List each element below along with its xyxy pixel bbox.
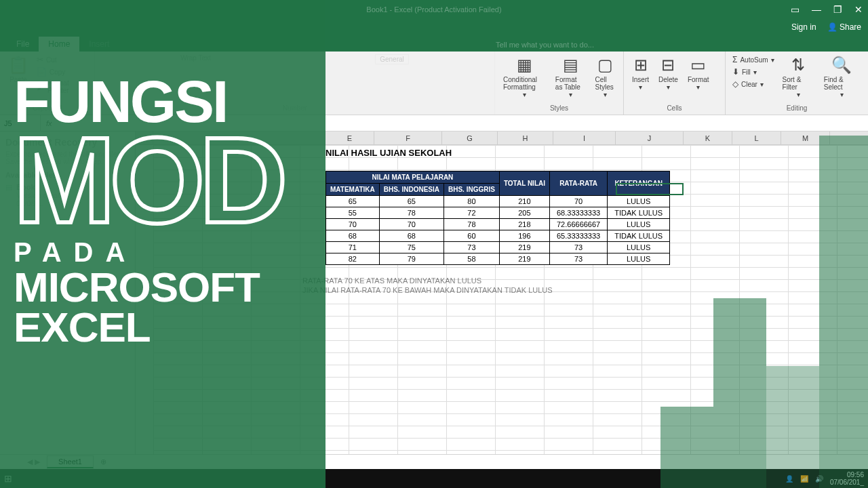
cell[interactable]: 58 [443,253,499,265]
cell[interactable]: 78 [379,207,443,219]
paste-button[interactable]: 📋Paste [5,54,31,85]
conditional-formatting-button[interactable]: ▦Conditional Formatting▾ [500,54,549,100]
cut-button[interactable]: ✂Cut [35,54,89,65]
sheet-title-cell[interactable]: NILAI HASIL UJIAN SEKOLAH [326,148,452,158]
restore-icon[interactable]: ❐ [833,4,842,15]
cell[interactable]: 68 [379,230,443,242]
cell[interactable]: 60 [443,230,499,242]
cell-styles-button[interactable]: ▢Cell Styles▾ [592,54,618,100]
format-as-table-button[interactable]: ▤Format as Table▾ [553,54,589,100]
windows-taskbar: ⊞ 👤 📶 🔊 09:56 07/06/201_ [0,469,868,488]
sort-filter-button[interactable]: ⇅Sort & Filter▾ [780,54,817,100]
wrap-text-button[interactable]: Wrap Text [180,54,211,62]
excel-file-icon: ▤ [5,183,12,192]
header-rata: RATA-RATA [549,171,607,196]
spreadsheet-grid[interactable]: E F G H I J K L M NILAI HASIL UJIAN SEKO… [136,131,868,454]
cell[interactable]: 78 [443,219,499,230]
group-styles-label: Styles [500,104,618,112]
cell[interactable]: 219 [499,242,549,253]
header-total: TOTAL NILAI [499,171,549,196]
cell[interactable]: 210 [499,196,549,207]
group-editing-label: Editing [731,104,863,112]
group-clipboard-label: Clipboard [5,104,89,112]
note-lulus: RATA-RATA 70 KE ATAS MAKA DINYATAKAN LUL… [302,277,553,285]
cell[interactable]: 73 [549,253,607,265]
format-painter-button[interactable]: 🖌Format Painter [35,79,89,95]
clear-button[interactable]: ◇Clear ▾ [731,79,776,89]
cell[interactable]: 79 [379,253,443,265]
tray-volume-icon[interactable]: 🔊 [815,475,823,483]
recovery-file-item[interactable]: ▤ Book1 Version created 02/08/... [5,183,130,207]
column-headers: E F G H I J K L M [136,131,868,145]
cell[interactable]: 75 [379,242,443,253]
ribbon: 📋Paste ✂Cut 📄Copy 🖌Format Painter Clipbo… [0,52,868,115]
cell[interactable]: 68.33333333 [549,207,607,219]
active-cell-indicator [616,183,684,195]
header-inggris: BHS. INGGRIS [443,184,499,196]
tab-file[interactable]: File [7,37,39,52]
ribbon-tabs: File Home Insert Tell me what you want t… [0,35,868,52]
cell[interactable]: 80 [443,196,499,207]
cell[interactable]: 219 [499,253,549,265]
cell[interactable]: 70 [379,219,443,230]
start-button[interactable]: ⊞ [4,473,12,484]
tab-insert[interactable]: Insert [79,37,119,52]
group-cells-label: Cells [629,104,719,112]
cell[interactable]: LULUS [608,242,670,253]
cell[interactable]: 218 [499,219,549,230]
recovery-title: Document Recovery [5,137,130,148]
header-matematika: MATEMATIKA [326,184,380,196]
name-box[interactable]: J5 [0,115,41,131]
table-row[interactable]: 82795821973LULUS [326,253,670,265]
cell[interactable]: 65 [326,196,380,207]
recovery-text: Excel has recovered the following files.… [5,150,130,165]
close-icon[interactable]: ✕ [854,4,863,15]
share-button[interactable]: 👤 Share [827,22,861,32]
tell-me-search[interactable]: Tell me what you want to do... [493,38,597,52]
cell[interactable]: 73 [443,242,499,253]
cell[interactable]: 65 [379,196,443,207]
cell[interactable]: TIDAK LULUS [608,230,670,242]
tab-home[interactable]: Home [39,37,79,52]
ribbon-options-icon[interactable]: ▭ [791,4,800,15]
cell[interactable]: 70 [549,196,607,207]
tray-user-icon[interactable]: 👤 [785,475,793,483]
cell[interactable]: TIDAK LULUS [608,207,670,219]
format-cells-button[interactable]: ▭Format▾ [685,54,712,92]
cell[interactable]: 55 [326,207,380,219]
fx-icon[interactable]: fx [41,119,58,127]
available-files-label: Available Files [5,171,130,179]
table-row[interactable]: 55787220568.33333333TIDAK LULUS [326,207,670,219]
copy-button[interactable]: 📄Copy [35,66,89,77]
find-select-button[interactable]: 🔍Find & Select▾ [821,54,863,100]
tray-network-icon[interactable]: 📶 [800,475,808,483]
sheet-tab-1[interactable]: Sheet1 [47,455,94,468]
cell[interactable]: 72 [443,207,499,219]
cell[interactable]: 70 [326,219,380,230]
cell[interactable]: 65.33333333 [549,230,607,242]
cell[interactable]: LULUS [608,219,670,230]
cell[interactable]: LULUS [608,253,670,265]
cell[interactable]: 82 [326,253,380,265]
table-row[interactable]: 65658021070LULUS [326,196,670,207]
number-format-dropdown[interactable]: General [375,54,409,64]
cell[interactable]: 205 [499,207,549,219]
taskbar-time: 09:56 [847,471,864,479]
delete-cells-button[interactable]: ⊟Delete▾ [656,54,681,92]
cell[interactable]: LULUS [608,196,670,207]
minimize-icon[interactable]: — [812,4,821,15]
add-sheet-button[interactable]: ⊕ [94,458,113,466]
cell[interactable]: 72.66666667 [549,219,607,230]
table-row[interactable]: 71757321973LULUS [326,242,670,253]
cell[interactable]: 73 [549,242,607,253]
signin-link[interactable]: Sign in [791,22,816,32]
cell[interactable]: 71 [326,242,380,253]
table-row[interactable]: 68686019665.33333333TIDAK LULUS [326,230,670,242]
table-row[interactable]: 70707821872.66666667LULUS [326,219,670,230]
group-number-label: Number [100,104,489,112]
cell[interactable]: 196 [499,230,549,242]
fill-button[interactable]: ⬇Fill ▾ [731,66,776,77]
insert-cells-button[interactable]: ⊞Insert▾ [629,54,652,92]
cell[interactable]: 68 [326,230,380,242]
autosum-button[interactable]: ΣAutoSum ▾ [731,54,776,65]
